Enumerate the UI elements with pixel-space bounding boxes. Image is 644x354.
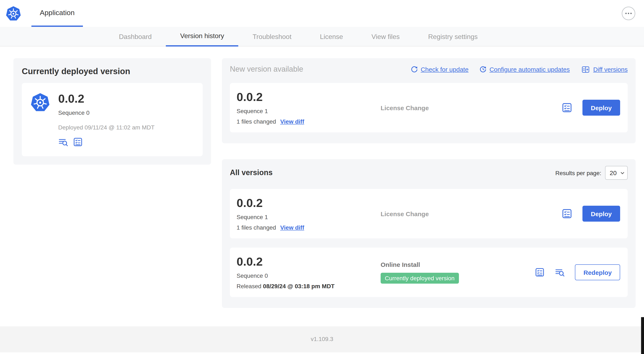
version-source-label: License Change xyxy=(380,210,562,217)
footer: v1.109.3 xyxy=(0,326,644,352)
app-nav-tabs: Dashboard Version history Troubleshoot L… xyxy=(0,27,644,47)
deployed-version-info: 0.0.2 Sequence 0 Deployed 09/11/24 @ 11:… xyxy=(58,92,154,147)
currently-deployed-card: 0.0.2 Sequence 0 Deployed 09/11/24 @ 11:… xyxy=(22,83,203,156)
refresh-icon xyxy=(410,66,418,73)
tab-version-history-label: Version history xyxy=(180,32,224,40)
tab-troubleshoot-label: Troubleshoot xyxy=(252,33,292,41)
version-row-actions: Redeploy xyxy=(535,264,621,280)
tab-license-label: License xyxy=(320,33,343,41)
new-version-info: 0.0.2 Sequence 1 1 files changed View di… xyxy=(236,91,380,125)
results-per-page-select-wrap: 20 xyxy=(605,166,628,180)
currently-deployed-panel: Currently deployed version xyxy=(14,58,211,165)
preflight-checks-icon[interactable] xyxy=(535,267,545,277)
configure-automatic-updates-link[interactable]: Configure automatic updates xyxy=(480,66,570,73)
admin-console-page: Application Dashboard Version history Tr… xyxy=(0,0,644,354)
new-version-source: License Change xyxy=(380,104,562,111)
diff-versions-label: Diff versions xyxy=(593,66,628,73)
tab-version-history[interactable]: Version history xyxy=(166,27,238,47)
preflight-checks-icon[interactable] xyxy=(562,102,572,113)
new-version-card: 0.0.2 Sequence 1 1 files changed View di… xyxy=(230,83,628,132)
configure-automatic-updates-label: Configure automatic updates xyxy=(490,66,570,73)
new-version-number: 0.0.2 xyxy=(236,91,380,104)
version-row-source: License Change xyxy=(380,210,562,217)
kubernetes-logo-icon xyxy=(6,6,21,21)
version-row: 0.0.2 Sequence 0 Released 08/29/24 @ 03:… xyxy=(230,248,628,297)
release-notes-icon[interactable] xyxy=(58,137,68,147)
view-diff-link[interactable]: View diff xyxy=(280,224,304,231)
tab-registry-settings-label: Registry settings xyxy=(428,33,478,41)
released-timestamp: Released 08/29/24 @ 03:18 pm MDT xyxy=(236,283,380,289)
version-source-label: License Change xyxy=(380,104,562,111)
results-per-page-select[interactable]: 20 xyxy=(605,166,628,180)
tab-dashboard[interactable]: Dashboard xyxy=(105,27,166,47)
redeploy-button[interactable]: Redeploy xyxy=(575,264,620,280)
kubernetes-app-icon xyxy=(30,92,50,112)
deploy-button[interactable]: Deploy xyxy=(582,100,620,116)
console-version: v1.109.3 xyxy=(311,335,333,352)
version-sequence: Sequence 0 xyxy=(236,272,380,279)
deployed-timestamp: Deployed 09/11/24 @ 11:02 am MDT xyxy=(58,124,154,131)
app-tab-label: Application xyxy=(40,9,74,17)
tab-application[interactable]: Application xyxy=(32,0,83,27)
tab-dashboard-label: Dashboard xyxy=(119,33,152,41)
tab-registry-settings[interactable]: Registry settings xyxy=(414,27,492,47)
version-row-source: Online Install Currently deployed versio… xyxy=(380,261,535,284)
version-row-info: 0.0.2 Sequence 1 1 files changed View di… xyxy=(236,196,380,231)
released-date: 08/29/24 @ 03:18 pm MDT xyxy=(263,283,334,289)
version-number: 0.0.2 xyxy=(236,255,380,268)
check-for-update-link[interactable]: Check for update xyxy=(410,66,468,73)
new-version-actions: Deploy xyxy=(562,100,621,116)
results-per-page: Results per page: 20 xyxy=(556,166,628,180)
files-changed-text: 1 files changed xyxy=(236,224,276,231)
version-source-label: Online Install xyxy=(380,261,535,268)
preflight-checks-icon[interactable] xyxy=(562,208,572,219)
files-changed-text: 1 files changed xyxy=(236,118,276,125)
tab-view-files-label: View files xyxy=(372,33,400,41)
results-per-page-label: Results per page: xyxy=(556,169,601,176)
schedule-update-icon xyxy=(480,66,486,73)
tab-license[interactable]: License xyxy=(306,27,357,47)
files-changed-row: 1 files changed View diff xyxy=(236,118,380,125)
diff-versions-link[interactable]: Diff versions xyxy=(580,65,628,74)
scrollbar-thumb[interactable] xyxy=(641,317,644,354)
more-options-button[interactable] xyxy=(622,6,636,21)
currently-deployed-title: Currently deployed version xyxy=(22,67,203,76)
release-notes-icon[interactable] xyxy=(555,267,565,277)
version-row-actions: Deploy xyxy=(562,206,621,222)
currently-deployed-badge: Currently deployed version xyxy=(380,273,459,284)
preflight-checks-icon[interactable] xyxy=(73,137,83,147)
view-diff-link[interactable]: View diff xyxy=(280,118,304,125)
deployed-actions xyxy=(58,137,154,147)
released-label: Released xyxy=(236,283,261,289)
tab-view-files[interactable]: View files xyxy=(357,27,414,47)
new-version-header: New version available Check for update xyxy=(230,65,628,74)
files-changed-row: 1 files changed View diff xyxy=(236,224,380,231)
new-version-sequence: Sequence 1 xyxy=(236,108,380,114)
top-bar: Application xyxy=(0,0,644,27)
all-versions-panel: All versions Results per page: 20 xyxy=(222,159,636,308)
version-row-info: 0.0.2 Sequence 0 Released 08/29/24 @ 03:… xyxy=(236,255,380,289)
main-content: Currently deployed version xyxy=(0,47,644,308)
right-column: New version available Check for update xyxy=(222,58,636,308)
version-sequence: Sequence 1 xyxy=(236,214,380,220)
version-actions: Check for update Configure automatic upd… xyxy=(410,65,628,74)
new-version-panel: New version available Check for update xyxy=(222,58,636,143)
deploy-button[interactable]: Deploy xyxy=(582,206,620,222)
all-versions-header: All versions Results per page: 20 xyxy=(230,166,628,180)
version-number: 0.0.2 xyxy=(236,196,380,210)
all-versions-title: All versions xyxy=(230,168,272,177)
new-version-title: New version available xyxy=(230,65,303,74)
version-row: 0.0.2 Sequence 1 1 files changed View di… xyxy=(230,189,628,238)
diff-icon xyxy=(580,65,590,74)
tab-troubleshoot[interactable]: Troubleshoot xyxy=(238,27,306,47)
deployed-version-number: 0.0.2 xyxy=(58,92,154,106)
check-for-update-label: Check for update xyxy=(420,66,468,73)
deployed-sequence: Sequence 0 xyxy=(58,109,154,116)
